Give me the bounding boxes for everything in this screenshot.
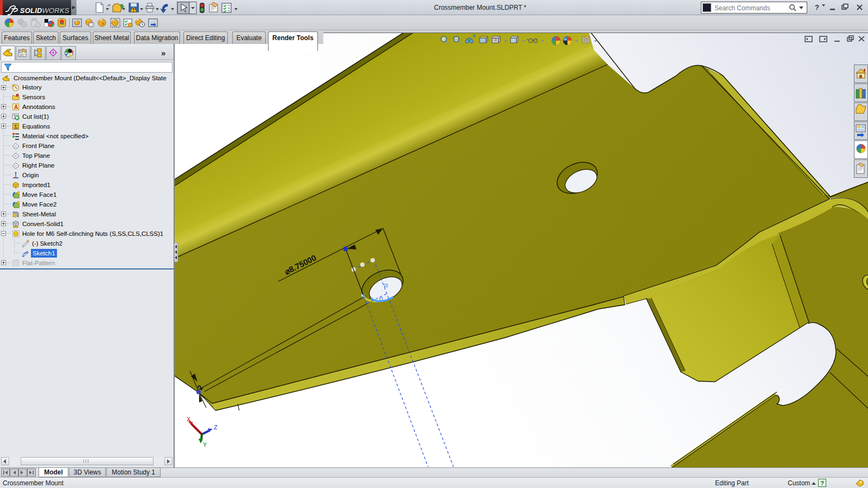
svg-text:Z: Z xyxy=(214,424,218,431)
svg-text:A: A xyxy=(14,104,18,110)
svg-text:X: X xyxy=(187,416,191,422)
svg-text:Σ: Σ xyxy=(14,124,18,130)
svg-text:Y: Y xyxy=(203,441,207,448)
